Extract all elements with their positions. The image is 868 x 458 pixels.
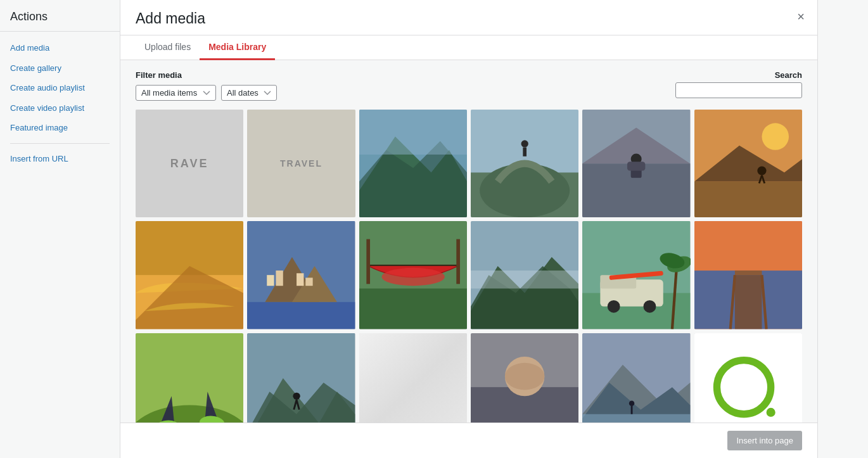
travel-placeholder: TRAVEL	[247, 110, 355, 217]
svg-rect-26	[247, 302, 355, 329]
main-panel: Add media × Upload files Media Library F…	[120, 0, 817, 458]
media-item[interactable]	[359, 110, 467, 217]
media-item[interactable]	[247, 221, 355, 329]
search-label: Search	[775, 70, 802, 80]
tab-upload-files[interactable]: Upload files	[136, 35, 200, 60]
tab-media-library[interactable]: Media Library	[200, 35, 275, 60]
media-item-inner	[694, 333, 802, 423]
landscape-svg	[136, 221, 243, 329]
light-placeholder	[359, 333, 467, 423]
media-item-inner	[471, 333, 578, 423]
svg-point-80	[629, 400, 635, 406]
filter-label: Filter media	[136, 70, 277, 80]
media-item-inner	[582, 221, 690, 329]
media-item[interactable]	[694, 333, 802, 423]
svg-point-19	[757, 166, 766, 175]
svg-rect-59	[735, 270, 762, 275]
landscape-svg	[136, 333, 243, 423]
landscape-svg	[694, 221, 802, 329]
svg-rect-79	[582, 414, 690, 423]
sidebar-item-featured-image[interactable]: Featured image	[0, 118, 120, 138]
media-item[interactable]	[471, 333, 578, 423]
sidebar: Actions Add media Create gallery Create …	[0, 0, 120, 458]
media-content: Filter media All media items Images Audi…	[120, 60, 817, 423]
sidebar-item-add-media[interactable]: Add media	[0, 38, 120, 58]
media-item-inner	[136, 221, 243, 329]
media-item-inner	[136, 333, 243, 423]
media-item[interactable]	[471, 110, 578, 217]
landscape-svg	[694, 110, 802, 217]
svg-point-47	[608, 300, 620, 313]
svg-point-48	[644, 300, 656, 313]
media-item-inner	[359, 110, 467, 217]
close-button[interactable]: ×	[795, 8, 807, 25]
landscape-svg	[582, 333, 690, 423]
svg-rect-82	[694, 333, 802, 423]
media-item-inner	[247, 333, 355, 423]
svg-point-69	[293, 392, 300, 399]
landscape-svg	[247, 221, 355, 329]
date-select[interactable]: All dates 2024 2023	[221, 85, 277, 101]
landscape-svg	[582, 221, 690, 329]
svg-rect-16	[694, 182, 802, 218]
media-item-inner: RAVE	[136, 110, 243, 217]
media-item-inner	[694, 110, 802, 217]
svg-rect-14	[627, 162, 645, 170]
svg-rect-32	[306, 278, 313, 286]
media-item[interactable]	[582, 221, 690, 329]
media-item[interactable]: TRAVEL	[247, 110, 355, 217]
media-item[interactable]	[359, 221, 467, 329]
sidebar-divider	[10, 143, 110, 144]
media-item-inner: TRAVEL	[247, 110, 355, 217]
filter-bar: Filter media All media items Images Audi…	[136, 70, 802, 101]
landscape-svg	[359, 221, 467, 329]
tabs-bar: Upload files Media Library	[120, 35, 817, 60]
insert-into-page-button[interactable]: Insert into page	[727, 431, 802, 450]
svg-rect-55	[694, 221, 802, 270]
media-item[interactable]	[247, 333, 355, 423]
filter-selects: All media items Images Audio Video All d…	[136, 85, 277, 101]
landscape-svg	[582, 110, 690, 217]
media-item[interactable]	[582, 333, 690, 423]
media-item[interactable]	[359, 333, 467, 423]
media-item-inner	[471, 110, 578, 217]
media-item[interactable]	[582, 110, 690, 217]
media-item-inner	[471, 221, 578, 329]
portrait-svg	[471, 333, 578, 423]
media-item-inner	[582, 110, 690, 217]
modal-title: Add media	[136, 10, 205, 27]
sidebar-item-create-gallery[interactable]: Create gallery	[0, 58, 120, 79]
landscape-svg	[471, 221, 578, 329]
media-item[interactable]: RAVE	[136, 110, 243, 217]
landscape-svg	[359, 110, 467, 217]
svg-point-75	[505, 363, 544, 390]
landscape-svg	[471, 110, 578, 217]
sidebar-item-create-audio-playlist[interactable]: Create audio playlist	[0, 78, 120, 98]
media-item-inner	[359, 221, 467, 329]
rave-placeholder: RAVE	[136, 110, 243, 217]
modal-header: Add media ×	[120, 0, 817, 35]
sidebar-item-create-video-playlist[interactable]: Create video playlist	[0, 98, 120, 118]
svg-rect-30	[276, 270, 283, 286]
media-type-select[interactable]: All media items Images Audio Video	[136, 85, 216, 101]
media-item[interactable]	[471, 221, 578, 329]
media-item[interactable]	[694, 221, 802, 329]
media-item-inner	[694, 221, 802, 329]
svg-rect-31	[297, 274, 303, 286]
media-item[interactable]	[136, 221, 243, 329]
media-item-inner	[247, 221, 355, 329]
search-input[interactable]	[675, 82, 802, 98]
right-panel	[817, 0, 868, 458]
svg-point-7	[521, 140, 528, 147]
svg-point-84	[766, 407, 775, 416]
media-item[interactable]	[694, 110, 802, 217]
sidebar-title: Actions	[0, 0, 120, 32]
svg-rect-34	[359, 289, 467, 329]
media-grid: RAVE TRAVEL	[136, 110, 802, 423]
search-area: Search	[675, 70, 802, 98]
svg-rect-3	[359, 110, 467, 155]
media-item[interactable]	[136, 333, 243, 423]
sidebar-nav: Add media Create gallery Create audio pl…	[0, 32, 120, 175]
sidebar-item-insert-from-url[interactable]: Insert from URL	[0, 149, 120, 169]
svg-point-18	[762, 123, 789, 150]
